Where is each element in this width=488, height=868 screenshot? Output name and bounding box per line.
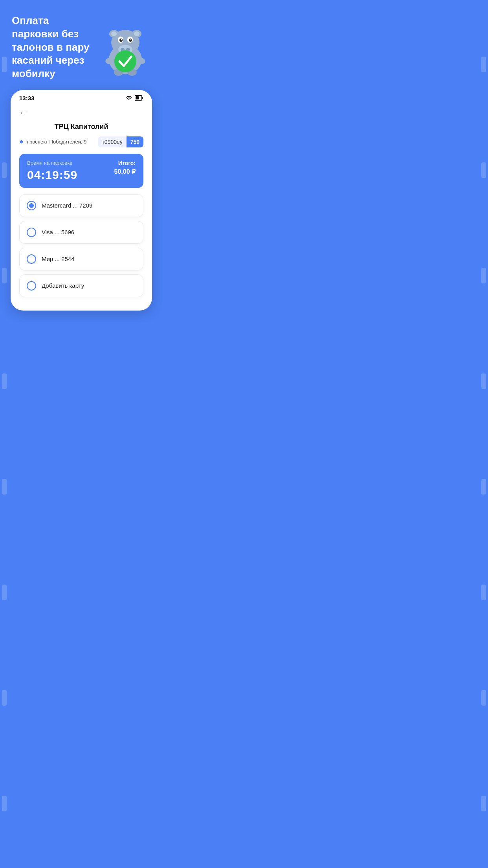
total-label: Итого:: [114, 160, 136, 166]
status-bar: 13:33: [11, 90, 152, 104]
radio-visa: [27, 228, 36, 237]
svg-point-11: [130, 39, 132, 40]
payment-label-add-card: Добавить карту: [42, 282, 84, 289]
payment-label-mir: Мир ... 2544: [42, 256, 74, 262]
hippo-mascot: [100, 14, 151, 77]
svg-rect-23: [136, 96, 139, 99]
parking-card: Время на парковке 04:19:59 Итого: 50,00 …: [19, 154, 143, 188]
svg-point-5: [134, 31, 139, 36]
svg-point-3: [111, 31, 117, 36]
location-row: ● проспект Победителей, 9 т0900еу 750: [19, 136, 143, 147]
promo-text: Оплата парковки без талонов в пару касан…: [12, 14, 100, 81]
parking-time-value: 04:19:59: [27, 168, 77, 182]
back-arrow-icon: ←: [19, 108, 28, 118]
parking-total-section: Итого: 50,00 ₽: [114, 160, 136, 175]
payment-label-mastercard: Mastercard ... 7209: [42, 202, 92, 209]
payment-options-list: Mastercard ... 7209 Visa ... 5696 Мир ..…: [19, 194, 143, 297]
radio-mastercard: [27, 201, 36, 210]
payment-option-add-card[interactable]: Добавить карту: [19, 274, 143, 297]
radio-inner-mastercard: [29, 203, 34, 208]
app-content: ТРЦ Капитолий ● проспект Победителей, 9 …: [11, 118, 152, 311]
payment-option-mir[interactable]: Мир ... 2544: [19, 248, 143, 270]
svg-rect-24: [142, 97, 143, 99]
location-left: ● проспект Победителей, 9: [19, 138, 86, 146]
wifi-icon: [125, 95, 132, 101]
parking-time-section: Время на парковке 04:19:59: [27, 160, 77, 182]
radio-mir: [27, 254, 36, 264]
radio-add-card: [27, 281, 36, 291]
payment-option-visa[interactable]: Visa ... 5696: [19, 221, 143, 244]
location-title: ТРЦ Капитолий: [19, 123, 143, 131]
plate-number: т0900еу: [98, 136, 126, 147]
battery-icon: [135, 95, 143, 101]
license-plate: т0900еу 750: [98, 136, 143, 147]
promo-header: Оплата парковки без талонов в пару касан…: [0, 0, 163, 90]
parking-time-label: Время на парковке: [27, 160, 77, 166]
plate-zone: 750: [127, 136, 143, 147]
payment-label-visa: Visa ... 5696: [42, 229, 74, 235]
payment-option-mastercard[interactable]: Mastercard ... 7209: [19, 194, 143, 217]
svg-point-21: [114, 50, 136, 72]
status-icons: [125, 95, 143, 101]
location-pin-icon: ●: [19, 138, 24, 146]
phone-mockup: 13:33 ← ТРЦ Капитолий ● пр: [11, 90, 152, 311]
svg-point-10: [121, 39, 122, 40]
location-address: проспект Победителей, 9: [27, 139, 86, 145]
back-button[interactable]: ←: [11, 104, 152, 118]
total-amount: 50,00 ₽: [114, 168, 136, 175]
status-time: 13:33: [19, 95, 34, 101]
